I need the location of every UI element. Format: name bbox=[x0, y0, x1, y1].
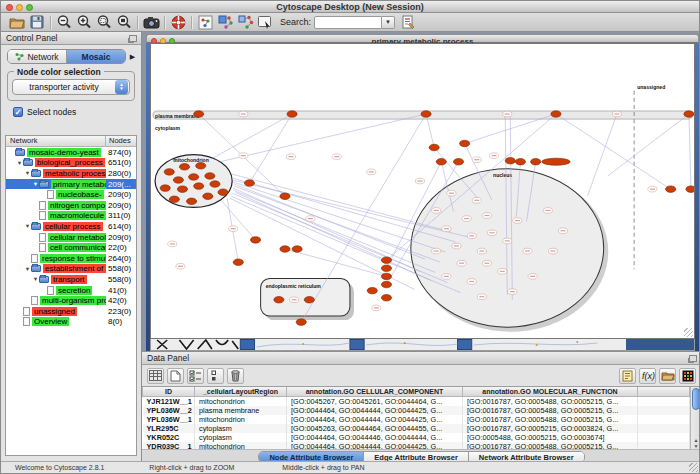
network-tree-row[interactable]: ▼transport558(0) bbox=[6, 274, 136, 285]
resize-grip-icon[interactable] bbox=[684, 328, 693, 337]
table-row[interactable]: YLR295Ccytoplasm[GO:0045263, GO:0044464,… bbox=[143, 424, 690, 433]
network-node-highlighted[interactable] bbox=[453, 158, 463, 164]
network-tree-row[interactable]: cell communicat22(0) bbox=[6, 242, 136, 253]
network-node-highlighted[interactable] bbox=[210, 180, 220, 186]
network-node-highlighted[interactable] bbox=[381, 273, 391, 279]
network-node-highlighted[interactable] bbox=[515, 158, 525, 164]
scrollbar-arrows-icon[interactable]: ▲▼ bbox=[691, 437, 700, 449]
network-tree-row[interactable]: ▼establishment of lo558(0) bbox=[6, 264, 136, 275]
tree-expand-icon[interactable]: ▼ bbox=[24, 170, 31, 176]
network-node-highlighted[interactable] bbox=[169, 196, 179, 202]
network-node-highlighted[interactable] bbox=[367, 287, 377, 293]
annotation-select-icon[interactable] bbox=[255, 14, 275, 31]
select-nodes-checkbox[interactable]: ✓ bbox=[13, 107, 23, 117]
table-column-header[interactable]: annotation.GO CELLULAR_COMPONENT bbox=[287, 387, 463, 396]
network-tree-row[interactable]: nitrogen compo209(0) bbox=[6, 200, 136, 211]
network-node-highlighted[interactable] bbox=[296, 319, 306, 325]
network-node-highlighted[interactable] bbox=[551, 110, 561, 116]
table-column-header[interactable]: annotation.GO MOLECULAR_FUNCTION bbox=[463, 387, 638, 396]
zoom-selected-region-icon[interactable] bbox=[94, 14, 114, 31]
import-attributes-icon[interactable] bbox=[659, 368, 676, 384]
network-tree-row[interactable]: multi-organism pro42(0) bbox=[6, 295, 136, 306]
network-node-highlighted[interactable] bbox=[274, 296, 284, 302]
tab-network[interactable]: Network bbox=[8, 50, 66, 63]
network-canvas[interactable]: plasma membrane cytoplasm nucleus mitoch… bbox=[150, 43, 695, 339]
network-node-highlighted[interactable] bbox=[531, 158, 541, 164]
network-tree-row[interactable]: ▼metabolic process280(0) bbox=[6, 168, 136, 179]
tree-column-nodes[interactable]: Nodes bbox=[106, 136, 136, 146]
window-resize-grip[interactable] bbox=[689, 463, 698, 472]
select-attributes-icon[interactable] bbox=[187, 368, 204, 384]
network-node-highlighted[interactable] bbox=[436, 158, 446, 164]
open-file-icon[interactable] bbox=[7, 14, 27, 31]
network-tree-row[interactable]: secretion41(0) bbox=[6, 285, 136, 296]
table-column-header[interactable]: _cellularLayoutRegion bbox=[195, 387, 287, 396]
attribute-table-icon[interactable] bbox=[147, 368, 164, 384]
network-tree-row[interactable]: ▼biological_process651(0) bbox=[6, 158, 136, 169]
network-node-highlighted[interactable] bbox=[179, 163, 189, 169]
zoom-in-icon[interactable] bbox=[74, 14, 94, 31]
table-row[interactable]: YPL036W__1mitochondrion[GO:0044464, GO:0… bbox=[143, 415, 690, 424]
help-icon[interactable] bbox=[168, 14, 188, 31]
network-tree-row[interactable]: response to stimulu264(0) bbox=[6, 253, 136, 264]
network-tree-row[interactable]: ▼cellular process614(0) bbox=[6, 221, 136, 232]
tree-expand-icon[interactable]: ▼ bbox=[32, 181, 39, 187]
search-input[interactable] bbox=[314, 16, 382, 29]
network-node-highlighted[interactable] bbox=[233, 259, 243, 265]
tree-expand-icon[interactable]: ▼ bbox=[24, 223, 31, 229]
network-node-highlighted[interactable] bbox=[189, 173, 199, 179]
network-node-highlighted[interactable] bbox=[250, 236, 260, 242]
network-node-highlighted[interactable] bbox=[429, 144, 439, 150]
network-node-highlighted[interactable] bbox=[666, 186, 676, 192]
network-tree-row[interactable]: nucleobase-209(0) bbox=[6, 189, 136, 200]
table-row[interactable]: YJR121W__1mitochondrion[GO:0045267, GO:0… bbox=[143, 396, 690, 406]
network-node-highlighted[interactable] bbox=[292, 245, 302, 251]
network-node-highlighted[interactable] bbox=[505, 157, 515, 163]
network-node-highlighted[interactable] bbox=[173, 176, 183, 182]
zoom-out-icon[interactable] bbox=[54, 14, 74, 31]
network-tree-row[interactable]: cellular metabol209(0) bbox=[6, 232, 136, 243]
create-view-icon[interactable] bbox=[195, 14, 215, 31]
zoom-fit-icon[interactable] bbox=[114, 14, 134, 31]
tab-mosaic[interactable]: Mosaic bbox=[66, 50, 125, 63]
delete-attribute-icon[interactable] bbox=[227, 368, 244, 384]
tree-expand-icon[interactable]: ▼ bbox=[24, 266, 31, 272]
network-node-highlighted[interactable] bbox=[187, 198, 197, 204]
network-tree-row[interactable]: ▼primary metabol209(... bbox=[6, 179, 136, 190]
table-scrollbar[interactable]: ▲▼ bbox=[690, 387, 700, 449]
enhanced-search-icon[interactable] bbox=[398, 14, 418, 31]
float-panel-icon[interactable] bbox=[689, 355, 697, 362]
network-node-highlighted[interactable] bbox=[194, 183, 204, 189]
network-node-highlighted[interactable] bbox=[381, 265, 391, 271]
node-color-combobox[interactable]: transporter activity ▲▼ bbox=[12, 79, 130, 95]
export-snapshot-icon[interactable] bbox=[141, 14, 161, 31]
network-node-highlighted[interactable] bbox=[686, 186, 694, 192]
network-node-highlighted[interactable] bbox=[164, 168, 174, 174]
network-node-highlighted[interactable] bbox=[177, 186, 187, 192]
network-node-highlighted[interactable] bbox=[160, 185, 170, 191]
select-attributes-small-icon[interactable] bbox=[207, 368, 224, 384]
network-node-highlighted[interactable] bbox=[218, 189, 228, 195]
search-dropdown-icon[interactable]: ▼ bbox=[382, 16, 395, 29]
network-node-highlighted[interactable] bbox=[684, 110, 694, 116]
network-view-titlebar[interactable]: primary metabolic process bbox=[146, 34, 699, 43]
network-node-highlighted[interactable] bbox=[196, 162, 206, 168]
table-column-header[interactable]: ID bbox=[143, 387, 195, 396]
tree-expand-icon[interactable]: ▼ bbox=[16, 160, 23, 166]
network-node-highlighted[interactable] bbox=[381, 294, 391, 300]
save-session-icon[interactable] bbox=[27, 14, 47, 31]
network-node-highlighted[interactable] bbox=[194, 110, 204, 116]
layout-colored-a-icon[interactable] bbox=[215, 14, 235, 31]
network-tree-row[interactable]: unassigned223(0) bbox=[6, 306, 136, 317]
network-node-highlighted[interactable] bbox=[205, 172, 215, 178]
matrix-view-icon[interactable] bbox=[679, 368, 696, 384]
network-tree-row[interactable]: mosaic-demo-yeast874(0) bbox=[6, 147, 136, 158]
table-row[interactable]: YKR052Ccytoplasm[GO:0044464, GO:0044446,… bbox=[143, 433, 690, 442]
network-node-highlighted[interactable] bbox=[381, 281, 391, 287]
network-tree-row[interactable]: macromolecule311(0) bbox=[6, 211, 136, 222]
table-row[interactable]: YPL036W__2plasma membrane[GO:0044464, GO… bbox=[143, 406, 690, 415]
network-node-highlighted[interactable] bbox=[287, 110, 297, 116]
tree-column-network[interactable]: Network bbox=[6, 136, 106, 146]
layout-colored-b-icon[interactable] bbox=[235, 14, 255, 31]
table-row[interactable]: YDR039C__1mitochondrion[GO:0044464, GO:0… bbox=[143, 442, 690, 450]
